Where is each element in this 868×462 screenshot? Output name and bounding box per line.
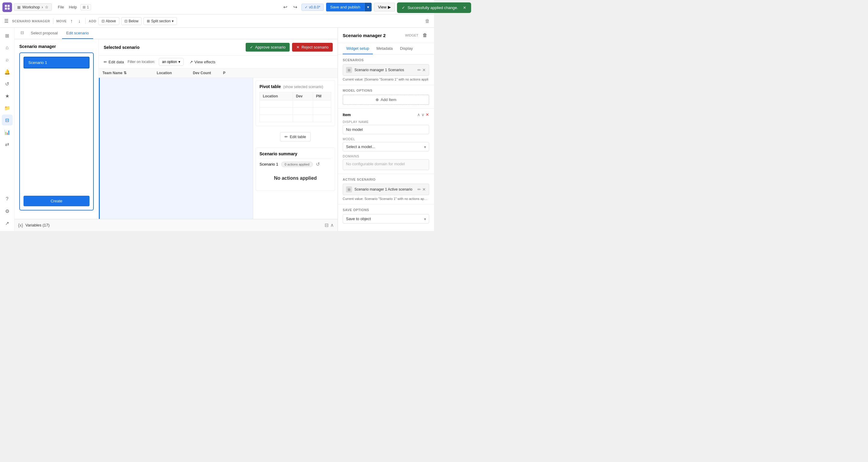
reject-scenario-button[interactable]: ✕ Reject scenario [292, 43, 333, 52]
sidebar-icon-help[interactable]: ? [2, 194, 13, 204]
active-entry-delete[interactable]: ✕ [422, 187, 426, 192]
tab-chevron: › [41, 5, 43, 9]
data-toolbar: ✏ Edit data Filter on location: an optio… [99, 56, 338, 68]
sidebar-icon-search[interactable]: ⌕ [2, 54, 13, 65]
sidebar-icon-settings[interactable]: ⚙ [2, 206, 13, 216]
move-down-button[interactable]: ↓ [76, 17, 82, 25]
model-select-wrapper: Select a model... [343, 142, 429, 151]
right-tab-display[interactable]: Display [396, 43, 416, 54]
move-up-button[interactable]: ↑ [68, 17, 74, 25]
add-above-button[interactable]: ⊡ Above [98, 17, 119, 25]
play-icon: ▶ [388, 5, 391, 9]
sidebar-icon-home[interactable]: ⌂ [2, 42, 13, 53]
tab-icon: ▦ [17, 5, 21, 9]
expand-icon[interactable]: ☰ [2, 17, 10, 25]
scenario-panel-title: Scenario manager [19, 44, 94, 49]
entry-actions: ✏ ✕ [417, 67, 426, 73]
active-scenario-text: Scenario manager 1 Active scenario [354, 187, 415, 192]
entry-delete-button[interactable]: ✕ [422, 67, 426, 73]
right-panel-delete[interactable]: 🗑 [421, 31, 429, 39]
svg-rect-2 [5, 7, 7, 10]
scenarios-label: SCENARIOS [343, 58, 429, 62]
left-sidebar: ⊞ ⌂ ⌕ 🔔 ↺ ★ 📁 ⊟ 📊 ⇄ ? ⚙ ↗ [0, 28, 14, 231]
view-button[interactable]: View ▶ [374, 3, 395, 11]
model-placeholder: Select a model... [346, 144, 375, 149]
th-location: Location [153, 68, 189, 78]
sidebar-icon-bell[interactable]: 🔔 [2, 66, 13, 77]
save-select[interactable]: Save to object [343, 214, 429, 224]
tab-edit-scenario[interactable]: Edit scenario [62, 28, 93, 39]
variables-filter-button[interactable]: ⊟ [324, 222, 329, 228]
model-select[interactable]: Select a model... [343, 142, 429, 151]
delete-button[interactable]: 🗑 [423, 17, 432, 25]
version-badge[interactable]: ✓ v0.8.0* [301, 4, 323, 11]
above-label: Above [106, 19, 116, 23]
sort-icon[interactable]: ⇅ [124, 71, 127, 75]
sidebar-icon-chart[interactable]: 📊 [2, 127, 13, 138]
variables-collapse-button[interactable]: ∧ [330, 222, 334, 228]
tab-select-proposal[interactable]: Select proposal [27, 28, 62, 39]
pivot-cell [313, 108, 331, 115]
tab-icon-btn[interactable]: ⊟ [18, 28, 27, 39]
help-menu[interactable]: Help [67, 4, 79, 10]
page-indicator[interactable]: ⊞ 1 [81, 4, 91, 10]
sidebar-icon-shuffle[interactable]: ⇄ [2, 139, 13, 150]
edit-icon: ✏ [104, 60, 107, 64]
item-title: Item [343, 113, 351, 117]
pivot-section: Pivot table (show selected scenario) Loc… [255, 80, 335, 126]
svg-rect-1 [7, 5, 10, 7]
tab-title[interactable]: ▦ Workshop › ☆ [14, 3, 52, 11]
sidebar-icon-expand[interactable]: ↗ [2, 218, 13, 229]
create-scenario-button[interactable]: Create [24, 196, 90, 206]
select-option-text: an option [162, 60, 177, 64]
split-section-button[interactable]: ⊞ Split section ▾ [144, 17, 177, 25]
display-name-input[interactable] [343, 125, 429, 134]
sidebar-icon-history[interactable]: ↺ [2, 79, 13, 89]
redo-button[interactable]: ↪ [291, 3, 299, 11]
right-tab-metadata[interactable]: Metadata [373, 43, 396, 54]
item-header: Item ∧ ∨ ✕ [343, 112, 429, 117]
scenario-item-1[interactable]: Scenario 1 [24, 57, 90, 68]
edit-table-button[interactable]: ✏ Edit table [280, 132, 310, 141]
save-publish-button[interactable]: Save and publish [326, 3, 365, 11]
add-item-button[interactable]: ⊕ Add Item [343, 95, 429, 105]
toast-notification: ✓ Successfully applied change. ✕ [397, 2, 434, 13]
sidebar-icon-star[interactable]: ★ [2, 90, 13, 101]
pivot-subtitle: (show selected scenario) [283, 85, 323, 89]
view-effects-button[interactable]: ↗ View effects [190, 60, 216, 64]
approve-scenario-button[interactable]: ✓ Approve scenario [246, 43, 290, 52]
reset-button[interactable]: ↺ [316, 161, 320, 167]
item-up-button[interactable]: ∧ [417, 112, 420, 117]
item-controls: ∧ ∨ ✕ [417, 112, 429, 117]
right-tab-widget-setup[interactable]: Widget setup [343, 43, 373, 54]
view-group: View ▶ [374, 3, 395, 11]
file-menu[interactable]: File [56, 4, 66, 10]
add-below-button[interactable]: ⊡ Below [121, 17, 142, 25]
active-entry-edit[interactable]: ✏ [417, 187, 421, 192]
save-publish-group: Save and publish ▾ [326, 3, 372, 11]
entry-edit-button[interactable]: ✏ [417, 67, 421, 73]
effects-icon: ↗ [190, 60, 193, 64]
svg-rect-3 [7, 7, 10, 10]
save-publish-arrow[interactable]: ▾ [364, 3, 372, 11]
domains-label: DOMAINS [343, 154, 429, 158]
model-options-label: MODEL OPTIONS [343, 89, 429, 92]
star-icon[interactable]: ☆ [45, 5, 49, 9]
item-down-button[interactable]: ∨ [421, 112, 424, 117]
sidebar-icon-grid[interactable]: ⊞ [2, 30, 13, 41]
right-panel-tabs: Widget setup Metadata Display [338, 43, 434, 55]
undo-button[interactable]: ↩ [281, 3, 289, 11]
pivot-cell [260, 115, 293, 122]
pivot-th-dev: Dev [293, 92, 313, 100]
item-delete-button[interactable]: ✕ [426, 112, 429, 117]
save-select-wrapper: Save to object [343, 214, 429, 224]
sidebar-icon-widget[interactable]: ⊟ [2, 115, 13, 125]
th-p-label: P [223, 71, 225, 75]
selected-header: Selected scenario ✓ Approve scenario ✕ R… [99, 39, 338, 56]
table-and-pivot: Pivot table (show selected scenario) Loc… [99, 78, 338, 219]
current-value-active: Current value: Scenario "Scenario 1" wit… [343, 197, 429, 201]
sidebar-icon-folder[interactable]: 📁 [2, 103, 13, 113]
filter-select[interactable]: an option ▾ [159, 58, 184, 66]
edit-data-button[interactable]: ✏ Edit data [104, 60, 124, 64]
page-num: 1 [87, 5, 89, 9]
